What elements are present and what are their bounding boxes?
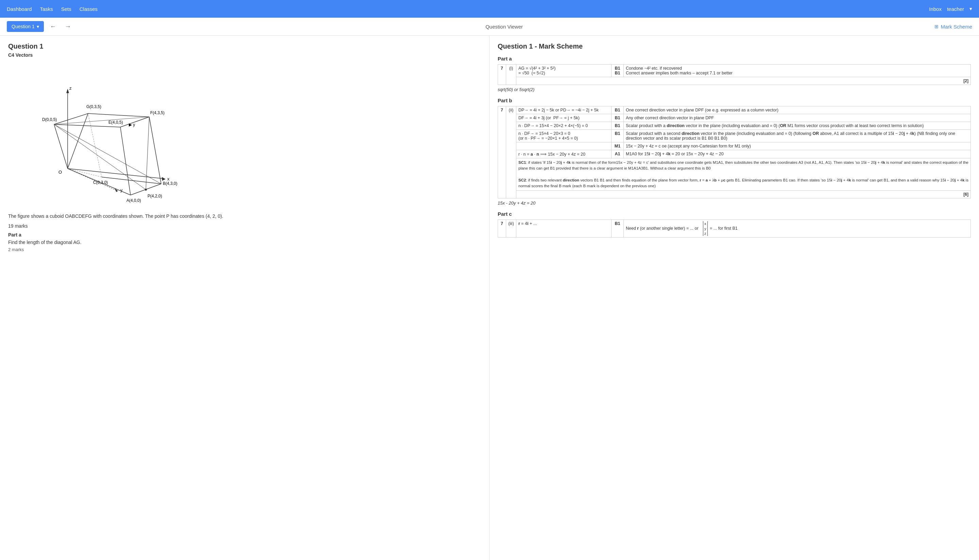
total-marks: 19 marks — [8, 223, 481, 229]
mark-scheme-label: Mark Scheme — [941, 24, 972, 30]
part-a-marks: 2 marks — [8, 247, 481, 252]
mark-scheme-icon: ⊞ — [934, 24, 939, 29]
q-part-b: (ii) — [506, 107, 516, 198]
nav-sets[interactable]: Sets — [61, 6, 72, 12]
user-dropdown-icon[interactable]: ▾ — [969, 6, 972, 12]
svg-text:P(4,2,0): P(4,2,0) — [148, 194, 162, 198]
svg-text:▶ y: ▶ y — [129, 122, 135, 127]
table-row: 7 (iii) r = 4i + ... B1 Need r (or anoth… — [498, 220, 971, 238]
part-b-section: Part b 7 (ii) DP→ = 4i + 2j − 5k or PD→ … — [498, 98, 971, 206]
diagram-container: z y x O — [8, 63, 481, 207]
ms-b1-mark: B1 — [612, 107, 624, 114]
nav-inbox[interactable]: Inbox — [929, 6, 942, 12]
svg-line-17 — [88, 113, 102, 177]
ms-content-cell: AG = √(4² + 3² + 5²)= √50 (= 5√2) — [516, 65, 612, 77]
nav-tasks[interactable]: Tasks — [40, 6, 53, 12]
mark-notes-cell: Condone −4² etc. if recovered Correct an… — [624, 65, 971, 77]
ms-b4-content: n · DF→ = 15×4 − 20×3 = 0(or n · PF→ = −… — [516, 130, 612, 142]
svg-line-20 — [88, 113, 149, 117]
part-a-question: Find the length of the diagonal AG. — [8, 240, 481, 245]
toolbar: Question 1 ▾ ← → Question Viewer ⊞ Mark … — [0, 18, 979, 36]
left-panel: Question 1 C4 Vectors z y x O — [0, 36, 489, 560]
part-a-section: Part a 7 (i) AG = √(4² + 3² + 5²)= √50 (… — [498, 56, 971, 92]
ms-b3-content: n · DP→ = 15×4 − 20×2 + 4×(−5) = 0 — [516, 122, 612, 130]
nav-links: Dashboard Tasks Sets Classes — [7, 6, 98, 12]
svg-marker-7 — [162, 177, 165, 181]
question-selector-button[interactable]: Question 1 ▾ — [7, 21, 44, 32]
part-a-answer: sqrt(50) or 5sqrt(2) — [498, 87, 971, 92]
viewer-title: Question Viewer — [485, 24, 523, 30]
svg-line-23 — [54, 124, 161, 184]
ms-b5-mark: M1 — [612, 142, 624, 150]
ms-b2-content: DF→ = 4i + 3j (or PF→ = j + 5k) — [516, 114, 612, 122]
svg-text:O: O — [58, 170, 62, 175]
nav-dashboard[interactable]: Dashboard — [7, 6, 32, 12]
q-num-cell: 7 — [498, 65, 506, 85]
part-c-table: 7 (iii) r = 4i + ... B1 Need r (or anoth… — [498, 220, 971, 238]
svg-text:F(4,3,5): F(4,3,5) — [150, 110, 165, 115]
table-row: n · DF→ = 15×4 − 20×3 = 0(or n · PF→ = −… — [498, 130, 971, 142]
part-c-section: Part c 7 (iii) r = 4i + ... B1 Need r (o… — [498, 211, 971, 238]
table-row: DF→ = 4i + 3j (or PF→ = j + 5k) B1 Any o… — [498, 114, 971, 122]
ms-b3-mark: B1 — [612, 122, 624, 130]
svg-line-14 — [54, 124, 68, 168]
svg-text:E(4,0,5): E(4,0,5) — [108, 120, 123, 125]
ms-sc-notes: SC1: if states 'if 15i − 20j + 4k is nor… — [516, 158, 971, 191]
ms-b1-notes: One correct direction vector in plane DP… — [624, 107, 971, 114]
part-c-header: Part c — [498, 211, 971, 217]
svg-line-6 — [68, 168, 165, 179]
svg-text:B(4,3,0): B(4,3,0) — [163, 181, 177, 186]
ms-b6-content: r · n = a · n ⟹ 15x − 20y + 4z = 20 — [516, 150, 612, 158]
svg-text:A(4,0,0): A(4,0,0) — [127, 198, 141, 203]
top-navigation: Dashboard Tasks Sets Classes Inbox teach… — [0, 0, 979, 18]
svg-line-16 — [149, 117, 161, 184]
ms-b3-notes: Scalar product with a direction vector i… — [624, 122, 971, 130]
ms-b4-notes: Scalar product with a second direction v… — [624, 130, 971, 142]
nav-username[interactable]: teacher — [947, 6, 964, 12]
total-marks-row: [2] — [498, 77, 971, 85]
ms-c1-content: r = 4i + ... — [516, 220, 612, 238]
table-row: r · n = a · n ⟹ 15x − 20y + 4z = 20 A1 M… — [498, 150, 971, 158]
svg-point-27 — [145, 188, 147, 191]
nav-classes[interactable]: Classes — [80, 6, 98, 12]
q-num-c: 7 — [498, 220, 506, 238]
next-question-button[interactable]: → — [62, 22, 74, 32]
part-a-table: 7 (i) AG = √(4² + 3² + 5²)= √50 (= 5√2) … — [498, 64, 971, 85]
table-row: n · DP→ = 15×4 − 20×2 + 4×(−5) = 0 B1 Sc… — [498, 122, 971, 130]
toolbar-left: Question 1 ▾ ← → — [7, 21, 74, 32]
question-btn-label: Question 1 — [12, 24, 35, 29]
table-row: M1 15x − 20y + 4z = c oe (accept any non… — [498, 142, 971, 150]
ms-b5-content — [516, 142, 612, 150]
part-a-label: Part a — [8, 232, 481, 238]
svg-line-11 — [102, 177, 161, 184]
svg-text:C(0,3,0): C(0,3,0) — [93, 180, 108, 185]
ms-b5-notes: 15x − 20y + 4z = c oe (accept any non-Ca… — [624, 142, 971, 150]
q-part-cell: (i) — [506, 65, 516, 85]
total-cell: [2] — [516, 77, 971, 85]
part-b-table: 7 (ii) DP→ = 4i + 2j − 5k or PD→ = −4i −… — [498, 106, 971, 198]
prev-question-button[interactable]: ← — [47, 22, 59, 32]
cuboid-diagram: z y x O — [8, 63, 198, 206]
total-b-row: [6] — [498, 191, 971, 198]
svg-line-21 — [54, 113, 88, 124]
svg-line-25 — [146, 117, 149, 190]
mark-type-cell: B1B1 — [612, 65, 624, 77]
mark-scheme-link[interactable]: ⊞ Mark Scheme — [934, 24, 972, 30]
toolbar-title: Question Viewer — [485, 24, 523, 30]
q-num-b: 7 — [498, 107, 506, 198]
ms-b2-notes: Any other correct direction vector in pl… — [624, 114, 971, 122]
question-body: The figure shows a cuboid OABCDEFG with … — [8, 212, 481, 220]
svg-text:z: z — [69, 86, 72, 91]
part-b-answer: 15x - 20y + 4z = 20 — [498, 200, 971, 206]
svg-line-22 — [68, 113, 88, 168]
main-layout: Question 1 C4 Vectors z y x O — [0, 36, 979, 560]
part-a-header: Part a — [498, 56, 971, 62]
svg-text:G(0,3,5): G(0,3,5) — [86, 104, 101, 109]
nav-user-area: Inbox teacher ▾ — [929, 6, 972, 12]
ms-c1-mark: B1 — [612, 220, 624, 238]
table-row: SC1: if states 'if 15i − 20j + 4k is nor… — [498, 158, 971, 191]
svg-text:x: x — [167, 177, 170, 182]
svg-line-18 — [54, 124, 120, 127]
right-panel: Question 1 - Mark Scheme Part a 7 (i) AG… — [489, 36, 979, 560]
svg-marker-1 — [66, 89, 69, 93]
